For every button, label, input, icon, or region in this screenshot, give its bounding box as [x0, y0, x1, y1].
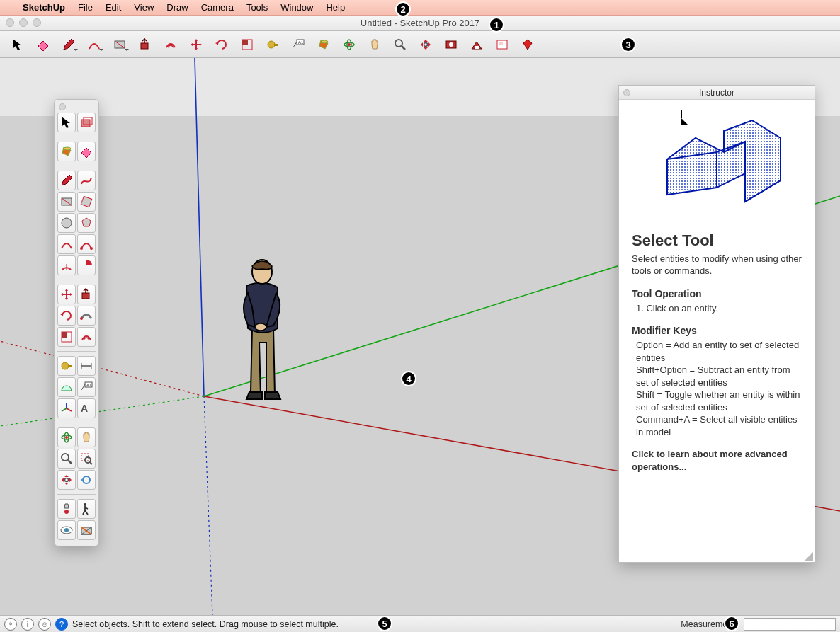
palette-close-button[interactable]: [59, 103, 66, 110]
move-icon: [59, 287, 74, 301]
paint-bucket-tool[interactable]: [57, 142, 76, 161]
orbit-tool[interactable]: [339, 35, 360, 54]
large-toolset-palette[interactable]: A1A: [54, 99, 99, 546]
svg-text:A1: A1: [86, 383, 92, 387]
svg-point-70: [65, 478, 69, 482]
section-plane-tool[interactable]: [77, 520, 96, 540]
arc2-icon: [79, 237, 93, 251]
pushpull-tool[interactable]: [135, 35, 156, 54]
look-icon: [59, 523, 74, 537]
pan-tool[interactable]: [364, 35, 385, 54]
help-icon[interactable]: ?: [55, 618, 68, 631]
arc-icon: [59, 237, 74, 251]
menu-camera[interactable]: Camera: [201, 2, 234, 13]
orbit-tool[interactable]: [57, 427, 76, 447]
app-menu[interactable]: SketchUp: [23, 2, 65, 13]
instructor-more-link[interactable]: Click to learn about more advanced opera…: [632, 448, 802, 473]
axes-tool[interactable]: [57, 398, 76, 418]
pushpull-tool[interactable]: [77, 285, 96, 304]
menu-edit[interactable]: Edit: [106, 2, 121, 13]
svg-point-15: [348, 43, 351, 46]
tape-tool[interactable]: [57, 356, 76, 376]
text-tool[interactable]: A1: [288, 35, 309, 54]
instructor-close-button[interactable]: [623, 89, 630, 96]
zoom-window-tool[interactable]: [77, 449, 96, 469]
extension-warehouse-tool[interactable]: [517, 35, 538, 54]
protractor-tool[interactable]: [57, 377, 76, 397]
geolocation-icon[interactable]: ⌖: [4, 618, 17, 631]
svg-point-73: [84, 503, 86, 506]
zoomext-icon: [419, 38, 433, 52]
signin-icon[interactable]: ☺: [38, 618, 51, 631]
callout-badge: 2: [395, 1, 411, 17]
arc-tool[interactable]: [84, 35, 105, 54]
dimension-tool[interactable]: [77, 356, 96, 376]
3dtext-tool[interactable]: A: [77, 398, 96, 418]
shape-tool[interactable]: [109, 35, 130, 54]
menu-tools[interactable]: Tools: [246, 2, 268, 13]
circle-icon: [59, 216, 74, 230]
axes-icon: [59, 401, 74, 415]
instructor-op-step: 1. Click on an entity.: [632, 302, 802, 315]
eraser-tool[interactable]: [77, 142, 96, 161]
menu-view[interactable]: View: [134, 2, 154, 13]
zoom-tool[interactable]: [390, 35, 411, 54]
make-component[interactable]: [77, 113, 96, 132]
zoom-tool[interactable]: [57, 449, 76, 469]
menu-window[interactable]: Window: [280, 2, 313, 13]
arc3-tool[interactable]: [57, 255, 76, 275]
instructor-mod-line: Command+A = Select all visible entities …: [632, 413, 802, 438]
window-close-button[interactable]: [6, 18, 14, 27]
scale-tool[interactable]: [237, 35, 258, 54]
window-zoom-button[interactable]: [33, 18, 41, 27]
zoom-extents-tool[interactable]: [57, 470, 76, 490]
svg-line-57: [81, 384, 85, 390]
window-minimize-button[interactable]: [19, 18, 28, 27]
circle-tool[interactable]: [57, 213, 76, 233]
svg-rect-2: [141, 43, 148, 49]
text-tool[interactable]: A1: [77, 377, 96, 397]
polygon-tool[interactable]: [77, 213, 96, 233]
eraser-tool[interactable]: [33, 35, 54, 54]
move-tool[interactable]: [57, 285, 76, 304]
tape-tool[interactable]: [262, 35, 283, 54]
previous-tool[interactable]: [77, 470, 96, 490]
walk-tool[interactable]: [77, 499, 96, 519]
add-location-tool[interactable]: [441, 35, 462, 54]
pan-tool[interactable]: [77, 427, 96, 447]
position-camera-tool[interactable]: [57, 499, 76, 519]
menu-file[interactable]: File: [78, 2, 93, 13]
pie-tool[interactable]: [77, 255, 96, 275]
line-tool[interactable]: [58, 35, 79, 54]
menu-draw[interactable]: Draw: [166, 2, 188, 13]
line-tool[interactable]: [57, 171, 76, 190]
rotated-rect-tool[interactable]: [77, 192, 96, 212]
offset-icon: [164, 38, 178, 52]
instructor-panel[interactable]: Instructor Select Tool Select entities t…: [618, 85, 815, 563]
credits-icon[interactable]: i: [21, 618, 34, 631]
rotate-icon: [215, 38, 229, 52]
layout-tool[interactable]: [492, 35, 513, 54]
offset-tool[interactable]: [160, 35, 181, 54]
freehand-tool[interactable]: [77, 171, 96, 190]
menu-help[interactable]: Help: [326, 2, 345, 13]
arc-tool[interactable]: [57, 234, 76, 254]
rotate-tool[interactable]: [211, 35, 232, 54]
arc2-tool[interactable]: [77, 234, 96, 254]
rectangle-tool[interactable]: [57, 192, 76, 212]
warehouse-tool[interactable]: [466, 35, 487, 54]
measurements-input[interactable]: [744, 618, 836, 631]
select-tool[interactable]: [7, 35, 28, 54]
look-around-tool[interactable]: [57, 520, 76, 540]
move-tool[interactable]: [186, 35, 207, 54]
scale-tool[interactable]: [57, 327, 76, 347]
instructor-resize-handle[interactable]: [805, 552, 813, 561]
rotate-tool[interactable]: [57, 306, 76, 326]
walk-icon: [79, 502, 93, 516]
followme-tool[interactable]: [77, 306, 96, 326]
zoom-extents-tool[interactable]: [415, 35, 436, 54]
paint-tool[interactable]: [313, 35, 334, 54]
offset-tool[interactable]: [77, 327, 96, 347]
svg-point-71: [83, 476, 90, 483]
select-tool[interactable]: [57, 113, 76, 132]
